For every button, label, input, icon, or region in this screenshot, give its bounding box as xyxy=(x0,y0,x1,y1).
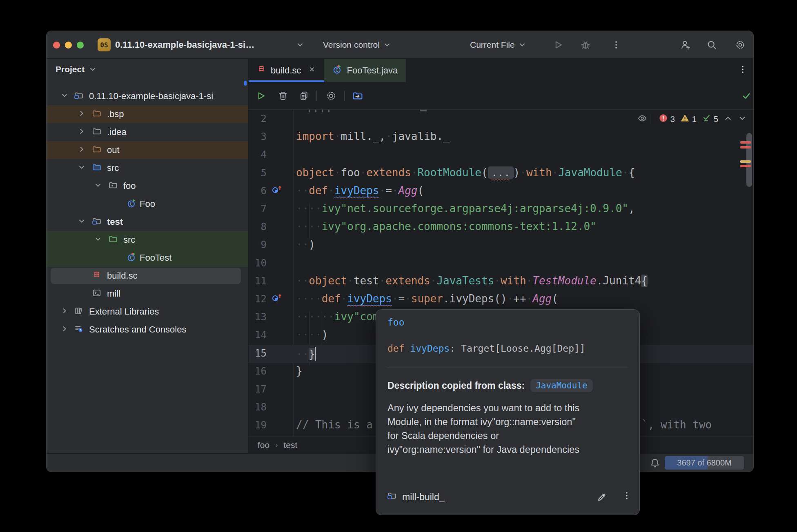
code-line-3[interactable]: 3import·mill._,·javalib._ xyxy=(249,128,753,146)
popup-module-link[interactable]: foo xyxy=(387,317,405,328)
tree-item-foo[interactable]: foo xyxy=(47,177,248,195)
javamodule-chip[interactable]: JavaModule xyxy=(530,379,592,392)
close-icon[interactable] xyxy=(308,65,316,76)
error-badge-icon[interactable] xyxy=(659,113,668,125)
search-everywhere-icon[interactable] xyxy=(706,40,717,50)
line-number: 14 xyxy=(249,329,267,341)
run-button[interactable] xyxy=(553,40,563,50)
chevron-down-icon[interactable] xyxy=(94,181,102,191)
folder-gray-icon xyxy=(92,127,101,137)
tree-item--idea[interactable]: .idea xyxy=(47,123,248,141)
code-text: ··object·test·extends·JavaTests·with·Tes… xyxy=(296,275,648,287)
chevron-right-icon[interactable] xyxy=(78,145,86,155)
project-chevron-down-icon[interactable] xyxy=(295,40,305,50)
settings-gear-icon[interactable] xyxy=(326,91,336,101)
chevron-right-icon[interactable] xyxy=(60,307,69,317)
tree-item-src[interactable]: src xyxy=(47,231,248,249)
tab-footest-java[interactable]: C FooTest.java xyxy=(324,59,406,82)
warning-badge-icon[interactable] xyxy=(680,113,690,125)
overrides-gutter-icon[interactable]: ↑ xyxy=(272,186,282,195)
project-avatar[interactable]: 0S xyxy=(98,38,111,51)
chevron-right-icon[interactable] xyxy=(60,325,69,335)
chevron-down-icon[interactable] xyxy=(94,235,102,245)
tree-item--bsp[interactable]: .bsp xyxy=(47,105,248,123)
tab-options-kebab-icon[interactable] xyxy=(738,64,748,76)
more-actions-kebab-icon[interactable] xyxy=(611,40,621,50)
tree-item-build-sc[interactable]: build.sc xyxy=(47,267,248,285)
popup-footer-module[interactable]: mill-build_ xyxy=(402,492,445,503)
minimize-window-button[interactable] xyxy=(65,42,72,49)
tree-item-scratches-and-consoles[interactable]: Scratches and Consoles xyxy=(47,321,248,339)
warning-stripe[interactable] xyxy=(740,160,751,163)
version-control-label: Version control xyxy=(323,40,380,50)
notifications-bell-icon[interactable] xyxy=(650,458,660,470)
run-configuration-menu[interactable]: Current File xyxy=(470,40,526,50)
passed-count: 5 xyxy=(714,115,718,124)
sync-folder-icon[interactable] xyxy=(352,91,363,101)
tree-item-mill[interactable]: mill xyxy=(47,285,248,303)
panel-scroll-indicator xyxy=(244,81,247,86)
tree-item-label: Scratches and Consoles xyxy=(89,324,186,335)
line-number: 12 xyxy=(249,293,267,305)
line-number: 5 xyxy=(249,167,267,179)
code-line-7[interactable]: 7····ivy"net.sourceforge.argparse4j:argp… xyxy=(249,200,753,219)
tree-item-src[interactable]: src xyxy=(47,159,248,177)
inspections-widget[interactable]: 3 1 5 xyxy=(637,111,747,127)
code-line-12[interactable]: 12↑····def·ivyDeps·=·super.ivyDeps()·++·… xyxy=(249,290,753,309)
popup-kebab-icon[interactable] xyxy=(622,491,632,502)
run-script-button[interactable] xyxy=(256,91,266,101)
tree-item-foo[interactable]: CFoo xyxy=(47,195,248,213)
svg-text:C: C xyxy=(335,67,338,73)
error-count: 3 xyxy=(670,115,675,124)
code-line-10[interactable]: 10 xyxy=(249,255,753,273)
chevron-right-icon[interactable] xyxy=(78,127,86,137)
chevron-down-icon[interactable] xyxy=(60,91,69,101)
tree-item-label: build.sc xyxy=(107,270,138,281)
popup-signature: def ivyDeps: Target[Loose.Agg[Dep]] xyxy=(387,343,586,354)
chevron-right-icon[interactable] xyxy=(78,109,86,119)
tree-item-footest[interactable]: CFooTest xyxy=(47,249,248,267)
error-stripe[interactable] xyxy=(740,146,751,149)
code-line-6[interactable]: 6↑··def·ivyDeps·=·Agg( xyxy=(249,182,753,201)
version-control-menu[interactable]: Version control xyxy=(323,40,391,50)
next-problem-chevron-down-icon[interactable] xyxy=(738,114,747,125)
code-line-4[interactable]: 4 xyxy=(249,146,753,164)
chevron-down-icon[interactable] xyxy=(78,217,86,227)
delete-icon[interactable] xyxy=(278,91,288,101)
module-folder-icon xyxy=(74,91,83,102)
project-panel-header[interactable]: Project xyxy=(56,64,97,74)
close-window-button[interactable] xyxy=(53,42,60,49)
previous-problem-chevron-up-icon[interactable] xyxy=(724,114,732,125)
breadcrumb-test[interactable]: test xyxy=(284,440,298,450)
tree-item-out[interactable]: out xyxy=(47,141,248,159)
breadcrumb-foo[interactable]: foo xyxy=(258,440,269,450)
debug-button[interactable] xyxy=(580,40,591,50)
edit-pencil-icon[interactable] xyxy=(597,492,607,504)
highlighting-eye-icon[interactable] xyxy=(637,113,648,126)
tree-item-0-11-10-example-basicjava-1-si[interactable]: 0.11.10-example-basicjava-1-si xyxy=(47,87,248,105)
code-line-8[interactable]: 8····ivy"org.apache.commons:commons-text… xyxy=(249,218,753,237)
tree-item-label: FooTest xyxy=(140,253,171,263)
code-line-5[interactable]: 5object·foo·extends·RootModule(...)·with… xyxy=(249,164,753,183)
code-with-me-icon[interactable] xyxy=(680,40,691,50)
tree-item-external-libraries[interactable]: External Libraries xyxy=(47,303,248,321)
tree-item-label: mill xyxy=(107,288,120,299)
chevron-down-icon[interactable] xyxy=(78,163,86,173)
line-number: 9 xyxy=(249,239,267,250)
line-number: 3 xyxy=(249,131,267,142)
code-line-11[interactable]: 11··object·test·extends·JavaTests·with·T… xyxy=(249,273,753,291)
zoom-window-button[interactable] xyxy=(77,42,84,49)
folder-test-icon xyxy=(109,235,118,245)
tab-build-sc[interactable]: build.sc xyxy=(249,59,324,82)
copy-icon[interactable] xyxy=(299,91,309,101)
settings-gear-icon[interactable] xyxy=(735,40,746,50)
passed-check-icon[interactable] xyxy=(702,113,711,125)
error-stripe[interactable] xyxy=(740,141,751,144)
divider xyxy=(653,114,653,124)
memory-indicator[interactable]: 3697 of 6800M xyxy=(665,456,744,470)
tree-item-test[interactable]: test xyxy=(47,213,248,231)
error-stripe[interactable] xyxy=(740,165,751,167)
code-line-9[interactable]: 9··) xyxy=(249,236,753,255)
project-title[interactable]: 0.11.10-example-basicjava-1-si… xyxy=(115,40,254,50)
overrides-gutter-icon[interactable]: ↑ xyxy=(272,294,282,304)
